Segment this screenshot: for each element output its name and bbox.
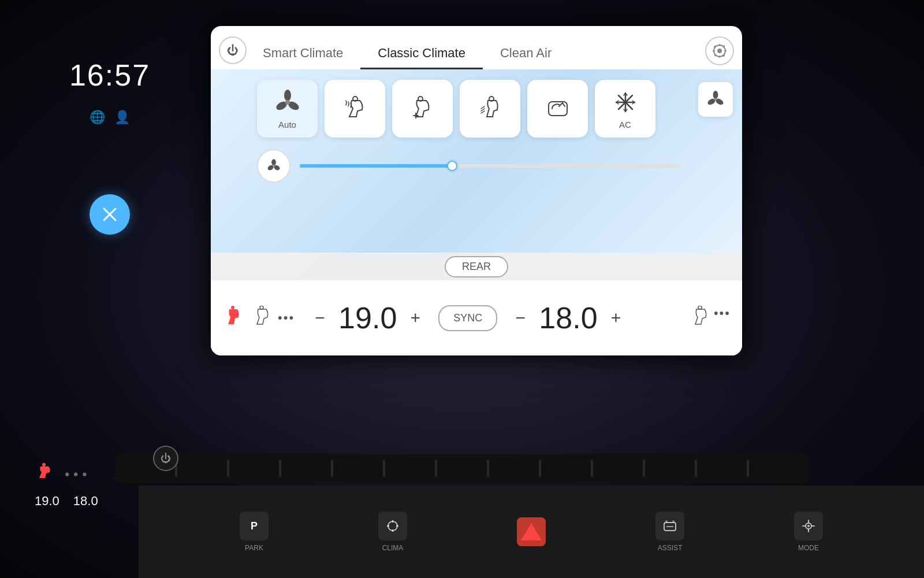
left-temp-value: 19.0 bbox=[338, 301, 397, 335]
left-temp-decrease[interactable]: − bbox=[308, 306, 331, 329]
vent-slot-10 bbox=[643, 460, 645, 477]
svg-point-26 bbox=[624, 101, 627, 104]
side-temp-labels: 19.0 18.0 bbox=[35, 494, 98, 509]
vent-slot-5 bbox=[383, 460, 385, 477]
physical-controls: P PARK CLIMA ASS bbox=[139, 486, 924, 578]
clima-button-phys[interactable]: CLIMA bbox=[378, 512, 407, 552]
svg-rect-7 bbox=[719, 55, 720, 58]
fan-right-area bbox=[698, 82, 733, 117]
recirc-button[interactable] bbox=[527, 80, 588, 138]
left-temp-control: − 19.0 + bbox=[308, 301, 427, 335]
assist-icon bbox=[655, 512, 684, 540]
bottom-left-seat-icon2[interactable] bbox=[251, 303, 273, 333]
hazard-button-phys[interactable] bbox=[517, 517, 546, 546]
vent-slot-3 bbox=[279, 460, 281, 477]
vent-slot-6 bbox=[435, 460, 437, 477]
svg-point-30 bbox=[273, 165, 275, 168]
fan-speed-thumb[interactable] bbox=[447, 161, 457, 171]
status-icons: 🌐 👤 bbox=[90, 110, 130, 125]
power-button[interactable]: ⏻ bbox=[219, 36, 247, 64]
mode-icon bbox=[794, 512, 823, 540]
bottom-right-dots[interactable]: ••• bbox=[714, 306, 731, 331]
svg-point-36 bbox=[260, 306, 263, 309]
profile-icon: 👤 bbox=[114, 110, 130, 125]
svg-point-37 bbox=[698, 306, 702, 309]
svg-point-17 bbox=[285, 100, 290, 105]
rear-divider: REAR bbox=[211, 253, 742, 280]
screen: ⏻ Smart Climate Classic Climate Clean Ai… bbox=[211, 26, 742, 355]
svg-point-31 bbox=[713, 91, 718, 99]
side-left-temp: 19.0 bbox=[35, 494, 59, 509]
hazard-icon bbox=[517, 517, 546, 546]
fan-speed-slider[interactable] bbox=[300, 164, 681, 168]
svg-point-34 bbox=[714, 98, 717, 101]
lower-power-area: ⏻ bbox=[153, 446, 178, 471]
mode-label: MODE bbox=[798, 544, 819, 552]
p-icon: P bbox=[240, 512, 269, 540]
fan-speed-button[interactable] bbox=[257, 149, 290, 183]
bottom-left-seat-icon[interactable] bbox=[222, 303, 244, 333]
right-temp-increase[interactable]: + bbox=[605, 306, 628, 329]
fan-slider-row bbox=[211, 138, 742, 183]
seat-adjust-button[interactable] bbox=[392, 80, 453, 138]
left-seat-heat-icon bbox=[35, 462, 53, 487]
vent-slot-2 bbox=[227, 460, 229, 477]
right-fan-btn[interactable] bbox=[698, 82, 733, 117]
svg-rect-9 bbox=[724, 50, 726, 51]
left-temp-increase[interactable]: + bbox=[404, 306, 427, 329]
vent-area bbox=[116, 454, 808, 483]
tab-bar: Smart Climate Classic Climate Clean Air bbox=[245, 26, 707, 69]
bottom-right-seat-icon[interactable] bbox=[692, 306, 709, 331]
svg-point-38 bbox=[388, 521, 397, 531]
svg-point-44 bbox=[665, 520, 668, 523]
seat-heat-left-button[interactable] bbox=[325, 80, 385, 138]
right-temp-control: − 18.0 + bbox=[509, 301, 627, 335]
svg-point-27 bbox=[271, 159, 276, 165]
side-right-temp: 18.0 bbox=[73, 494, 98, 509]
right-seat-icons: ••• bbox=[692, 306, 731, 331]
tab-smart-climate[interactable]: Smart Climate bbox=[245, 39, 360, 69]
assist-button-phys[interactable]: ASSIST bbox=[655, 512, 684, 552]
icon-buttons-row: Auto bbox=[211, 69, 742, 138]
auto-fan-label: Auto bbox=[278, 120, 296, 129]
auto-fan-button[interactable]: Auto bbox=[257, 80, 318, 138]
vent-slot-7 bbox=[487, 460, 489, 477]
left-seat-dots: • • • bbox=[65, 466, 87, 483]
close-button[interactable] bbox=[90, 194, 130, 235]
svg-point-48 bbox=[807, 525, 810, 527]
right-temp-value: 18.0 bbox=[539, 301, 597, 335]
mode-button-phys[interactable]: MODE bbox=[794, 512, 823, 552]
clima-icon bbox=[378, 512, 407, 540]
svg-point-35 bbox=[231, 306, 234, 309]
vent-slot-9 bbox=[591, 460, 593, 477]
tab-classic-climate[interactable]: Classic Climate bbox=[360, 39, 483, 69]
lower-power-button[interactable]: ⏻ bbox=[153, 446, 178, 471]
vent-slot-11 bbox=[695, 460, 697, 477]
svg-point-45 bbox=[672, 520, 675, 523]
sync-button[interactable]: SYNC bbox=[438, 305, 497, 331]
seat-ventilate-button[interactable] bbox=[460, 80, 520, 138]
ac-button[interactable]: AC bbox=[595, 80, 655, 138]
right-temp-decrease[interactable]: − bbox=[509, 306, 532, 329]
tab-clean-air[interactable]: Clean Air bbox=[483, 39, 569, 69]
vent-slot-8 bbox=[539, 460, 541, 477]
content-area: Auto bbox=[211, 69, 742, 280]
p-button-phys[interactable]: P PARK bbox=[240, 512, 269, 552]
ac-label: AC bbox=[619, 120, 631, 129]
bottom-left-dots[interactable]: ••• bbox=[278, 310, 295, 325]
p-label: PARK bbox=[245, 544, 263, 552]
svg-rect-8 bbox=[713, 50, 715, 51]
settings-button[interactable] bbox=[705, 36, 734, 65]
clima-label: CLIMA bbox=[382, 544, 404, 552]
assist-label: ASSIST bbox=[658, 544, 683, 552]
time-display: 16:57 bbox=[69, 58, 150, 92]
vent-slot-12 bbox=[747, 460, 749, 477]
svg-point-5 bbox=[717, 49, 722, 53]
svg-point-2 bbox=[42, 463, 46, 466]
svg-point-14 bbox=[284, 90, 291, 101]
rear-button[interactable]: REAR bbox=[445, 256, 508, 277]
svg-rect-6 bbox=[719, 44, 720, 46]
vent-slot-4 bbox=[331, 460, 333, 477]
hazard-triangle bbox=[521, 523, 542, 540]
bottom-controls: ••• − 19.0 + SYNC − 18.0 + ••• bbox=[211, 280, 742, 355]
